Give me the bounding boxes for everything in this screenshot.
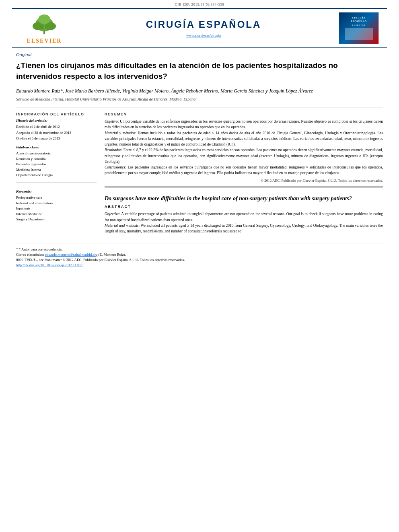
- authors: Eduardo Montero Ruiz*, José María Barber…: [16, 87, 383, 94]
- keywords-en-label: Keywords:: [16, 189, 97, 193]
- keyword-en-2: Referral and consultation: [16, 201, 97, 206]
- footnote-email-line: Correo electrónico: eduardo.montero@salu…: [16, 253, 383, 257]
- footnote-doi: http://dx.doi.org/10.1016/j.ciresp.2012.…: [16, 263, 383, 267]
- elsevier-tree-icon: [28, 12, 60, 36]
- left-column: INFORMACIÓN DEL ARTÍCULO Historia del ar…: [16, 112, 97, 234]
- conclusiones-text: : Los pacientes ingresados en los servic…: [105, 165, 383, 175]
- keyword-es-3: Pacientes ingresados: [16, 162, 97, 167]
- main-content: Original ¿Tienen los cirujanos más dific…: [0, 52, 399, 267]
- elsevier-wordmark: ELSEVIER: [27, 38, 62, 44]
- english-abstract-section: Do surgeons have more difficulties in th…: [105, 195, 383, 234]
- material-en-text: : We included all patients aged ≥ 14 yea…: [105, 224, 383, 233]
- keyword-es-5: Departamento de Cirugía: [16, 173, 97, 178]
- resultados-text: : Entre el 8,7 y el 22,8% de los pacient…: [105, 148, 383, 164]
- journal-header: ELSEVIER CIRUGÍA ESPAÑOLA www.elsevier.e…: [12, 8, 387, 48]
- header-divider: [16, 107, 383, 107]
- conclusiones-label: Conclusiones: [105, 165, 125, 169]
- footnote-email-value[interactable]: eduardo.montero@salud.madrid.org: [45, 253, 97, 257]
- material-label: Material y métodos: [105, 131, 135, 135]
- affiliation: Servicio de Medicina Interna, Hospital U…: [16, 97, 383, 101]
- journal-url[interactable]: www.elsevier.es/cirugia: [68, 33, 339, 37]
- elsevier-logo: ELSEVIER: [20, 12, 68, 44]
- material-en-label: Material and methods: [105, 224, 138, 228]
- abstract-body: Objective: A variable percentage of pati…: [105, 211, 383, 234]
- citation-text: CIR ESP. 2015;93(5):334-338: [175, 2, 224, 6]
- english-keywords-section: Keywords: Perioperative care Referral an…: [16, 189, 97, 222]
- objective-en-text: : A variable percentage of patients admi…: [105, 212, 383, 222]
- recibido-date: Recibido el 2 de abril de 2012: [16, 124, 97, 129]
- material-text: : Hemos incluido a todos los pacientes d…: [105, 131, 383, 147]
- footnote-author: * * Autor para correspondencia.: [16, 247, 383, 251]
- keyword-en-4: Internal Medicine: [16, 212, 97, 217]
- keyword-en-3: Inpatients: [16, 206, 97, 211]
- keyword-es-1: Atención perioperatoria: [16, 151, 97, 156]
- footnote-author-label: * Autor para correspondencia.: [19, 247, 62, 251]
- keyword-es-4: Medicina Interna: [16, 167, 97, 173]
- copyright-line: © 2012 AEC. Publicado por Elsevier Españ…: [105, 179, 383, 183]
- journal-title: CIRUGÍA ESPAÑOLA: [68, 19, 339, 30]
- section-divider: [105, 187, 383, 187]
- objetivo-text: : Un porcentaje variable de los enfermos…: [105, 119, 383, 129]
- footer-section: * * Autor para correspondencia. Correo e…: [16, 244, 383, 267]
- resultados-label: Resultados: [105, 148, 121, 152]
- right-column: RESUMEN Objetivo: Un porcentaje variable…: [105, 112, 383, 234]
- keyword-en-1: Perioperative care: [16, 195, 97, 200]
- keyword-en-5: Surgery Department: [16, 217, 97, 222]
- objetivo-label: Objetivo: [105, 119, 118, 123]
- footnote-email-note: (E. Montero Ruiz).: [97, 253, 126, 257]
- english-title: Do surgeons have more difficulties in th…: [105, 195, 383, 203]
- keyword-es-2: Remisión y consulta: [16, 156, 97, 162]
- resumen-body: Objetivo: Un porcentaje variable de los …: [105, 119, 383, 176]
- aceptado-date: Aceptado el 28 de noviembre de 2012: [16, 130, 97, 136]
- journal-cover-image: CIRUGÍAESPAÑOLA ELSEVIER: [339, 12, 379, 44]
- historia-label: Historia del artículo:: [16, 119, 97, 123]
- footnote-issn: 0009-739X/$ – see front matter © 2012 AE…: [16, 258, 383, 262]
- article-type: Original: [16, 52, 383, 57]
- left-mid-divider: [16, 183, 97, 183]
- doi-link[interactable]: http://dx.doi.org/10.1016/j.ciresp.2012.…: [16, 263, 83, 267]
- citation-bar: CIR ESP. 2015;93(5):334-338: [0, 0, 399, 8]
- svg-point-4: [38, 14, 50, 24]
- palabras-clave-label: Palabras clave:: [16, 145, 97, 149]
- resumen-section-header: RESUMEN: [105, 112, 383, 116]
- abstract-header: ABSTRACT: [105, 205, 383, 209]
- objective-en-label: Objective: [105, 212, 119, 216]
- footnote-asterisk: *: [16, 247, 19, 251]
- journal-title-area: CIRUGÍA ESPAÑOLA www.elsevier.es/cirugia: [68, 19, 339, 37]
- info-section-header: INFORMACIÓN DEL ARTÍCULO: [16, 112, 97, 116]
- online-date: On-line el 6 de marzo de 2013: [16, 136, 97, 141]
- footnote-email-label: Correo electrónico:: [16, 253, 45, 257]
- article-title: ¿Tienen los cirujanos más dificultades e…: [16, 60, 383, 82]
- two-column-layout: INFORMACIÓN DEL ARTÍCULO Historia del ar…: [16, 112, 383, 234]
